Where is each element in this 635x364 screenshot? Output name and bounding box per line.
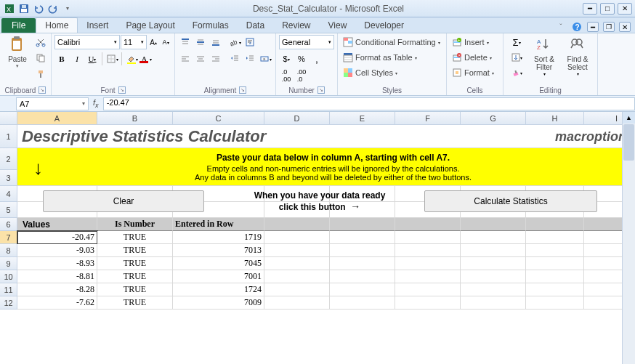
row-header-1[interactable]: 1 (0, 125, 17, 148)
fill-color-icon[interactable]: ▾ (124, 52, 139, 66)
tab-developer[interactable]: Developer (355, 18, 413, 33)
cell-entered[interactable]: 7045 (173, 257, 264, 270)
tab-view[interactable]: View (320, 18, 356, 33)
format-as-table-button[interactable]: Format as Table▾ (341, 50, 419, 65)
row-header-3[interactable]: 3 (0, 170, 17, 186)
cell-entered[interactable]: 1719 (173, 231, 264, 244)
row-header-12[interactable]: 12 (0, 296, 17, 310)
cell[interactable] (461, 244, 526, 257)
workbook-close-button[interactable]: ✕ (619, 22, 631, 32)
underline-icon[interactable]: U▾ (85, 52, 100, 66)
cell-entered[interactable]: 1724 (173, 283, 264, 296)
save-icon[interactable] (17, 2, 31, 15)
cell[interactable] (461, 257, 526, 270)
cell[interactable] (330, 231, 395, 244)
cell[interactable] (264, 244, 330, 257)
cell[interactable] (584, 283, 622, 296)
paste-button[interactable]: Paste ▾ (3, 35, 32, 70)
close-button[interactable]: ✕ (618, 3, 632, 15)
row-header-2[interactable]: 2 (0, 148, 17, 170)
tab-page-layout[interactable]: Page Layout (117, 18, 183, 33)
cell-isnum[interactable]: TRUE (97, 283, 173, 296)
cell-value[interactable]: -7.62 (17, 296, 97, 310)
row-header-7[interactable]: 7 (0, 231, 17, 244)
fill-icon[interactable]: ▾ (506, 50, 527, 65)
qat-customize-icon[interactable]: ▾ (61, 2, 74, 15)
cell[interactable] (461, 296, 526, 310)
cell-value[interactable]: -8.28 (17, 283, 97, 296)
cell[interactable] (395, 296, 461, 310)
font-size-combo[interactable]: 11▾ (121, 35, 147, 49)
cell[interactable] (395, 270, 461, 283)
cell[interactable] (395, 244, 461, 257)
cell-entered[interactable]: 7001 (173, 270, 264, 283)
cell[interactable] (526, 270, 584, 283)
font-launcher[interactable]: ↘ (118, 86, 126, 94)
comma-format-icon[interactable]: , (310, 52, 324, 66)
fx-icon[interactable]: fx (93, 98, 99, 109)
undo-icon[interactable] (32, 2, 45, 15)
alignment-launcher[interactable]: ↘ (239, 86, 246, 94)
tab-review[interactable]: Review (273, 18, 319, 33)
cell[interactable] (526, 257, 584, 270)
autosum-icon[interactable]: Σ▾ (506, 35, 527, 49)
wrap-text-icon[interactable] (243, 35, 257, 49)
number-format-combo[interactable]: General▾ (279, 35, 334, 49)
cell[interactable] (264, 231, 330, 244)
conditional-formatting-button[interactable]: Conditional Formatting▾ (341, 35, 442, 49)
bold-icon[interactable]: B (54, 52, 69, 66)
font-name-combo[interactable]: Calibri▾ (54, 35, 120, 49)
cell[interactable] (526, 296, 584, 310)
merge-center-icon[interactable]: a▾ (258, 52, 272, 66)
decrease-decimal-icon[interactable]: .00.0 (294, 68, 309, 83)
percent-format-icon[interactable]: % (294, 52, 309, 66)
row-header-6[interactable]: 6 (0, 218, 17, 231)
cell[interactable] (330, 283, 395, 296)
excel-menu-icon[interactable]: X (3, 2, 16, 15)
row-header-10[interactable]: 10 (0, 270, 17, 283)
copy-icon[interactable] (33, 51, 48, 65)
scroll-thumb[interactable] (623, 124, 634, 161)
calculate-button[interactable]: Calculate Statistics (424, 190, 597, 212)
minimize-button[interactable]: ━ (583, 3, 597, 15)
cell[interactable] (395, 283, 461, 296)
shrink-font-icon[interactable]: A▾ (160, 35, 171, 49)
number-launcher[interactable]: ↘ (318, 86, 325, 94)
cell[interactable] (584, 244, 622, 257)
accounting-format-icon[interactable]: $▾ (279, 52, 294, 66)
delete-cells-button[interactable]: ×Delete▾ (450, 50, 494, 65)
col-header-E[interactable]: E (330, 112, 395, 125)
decrease-indent-icon[interactable] (227, 52, 242, 66)
worksheet-grid[interactable]: ABCDEFGHI1Descriptive Statistics Calcula… (0, 112, 622, 364)
name-box[interactable]: A7▾ (16, 97, 89, 110)
orientation-icon[interactable]: ab▾ (227, 35, 242, 49)
insert-cells-button[interactable]: +Insert▾ (450, 35, 491, 49)
cell[interactable] (264, 270, 330, 283)
help-icon[interactable]: ? (571, 21, 583, 33)
cell[interactable] (584, 270, 622, 283)
workbook-restore-button[interactable]: ❐ (603, 22, 615, 32)
cell-value[interactable]: -20.47 (17, 231, 97, 244)
scroll-up-icon[interactable]: ▲ (623, 112, 635, 124)
format-cells-button[interactable]: Format▾ (450, 65, 496, 80)
cell-isnum[interactable]: TRUE (97, 244, 173, 257)
col-header-G[interactable]: G (461, 112, 526, 125)
cell[interactable] (526, 244, 584, 257)
cell[interactable] (264, 283, 330, 296)
cell[interactable] (584, 257, 622, 270)
maximize-button[interactable]: □ (600, 3, 615, 15)
tab-data[interactable]: Data (238, 18, 273, 33)
vertical-scrollbar[interactable]: ▲ (622, 112, 635, 364)
minimize-ribbon-icon[interactable]: ˇ (555, 21, 567, 33)
tab-insert[interactable]: Insert (78, 18, 117, 33)
col-header-F[interactable]: F (395, 112, 461, 125)
cell[interactable] (330, 244, 395, 257)
align-center-icon[interactable] (193, 52, 208, 66)
clear-button[interactable]: Clear (43, 190, 204, 212)
cell-isnum[interactable]: TRUE (97, 231, 173, 244)
clipboard-launcher[interactable]: ↘ (39, 86, 46, 94)
cell-isnum[interactable]: TRUE (97, 270, 173, 283)
borders-icon[interactable]: ▾ (105, 52, 119, 66)
col-header-D[interactable]: D (264, 112, 330, 125)
grow-font-icon[interactable]: A▴ (147, 35, 159, 49)
